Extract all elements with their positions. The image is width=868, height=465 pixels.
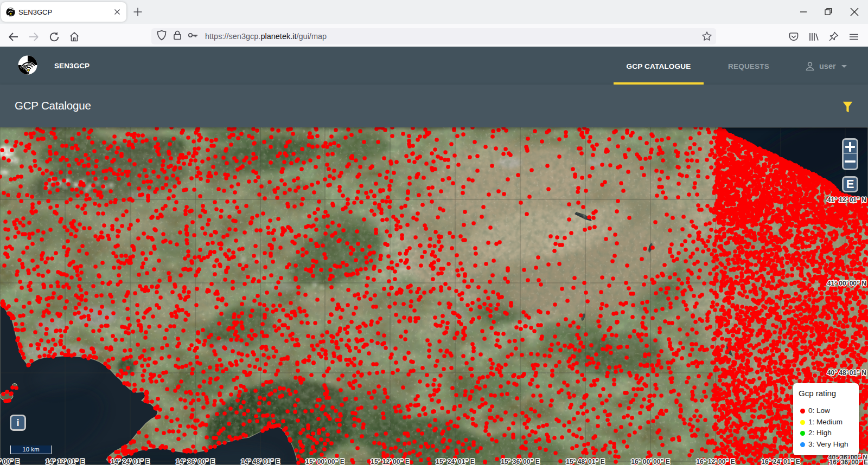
svg-text:15° 48’ 01” E: 15° 48’ 01” E — [566, 458, 605, 465]
svg-text:16° 36’ 00” E: 16° 36’ 00” E — [829, 458, 868, 465]
svg-text:16° 24’ 01” E: 16° 24’ 01” E — [761, 458, 800, 465]
svg-text:14° 48’ 01” E: 14° 48’ 01” E — [241, 458, 280, 465]
svg-text:41° 12’ 01” N: 41° 12’ 01” N — [827, 196, 866, 204]
svg-text:14° 36’ 00” E: 14° 36’ 00” E — [176, 458, 215, 465]
svg-text:15° 00’ 00” E: 15° 00’ 00” E — [305, 458, 344, 465]
svg-text:14° 24’ 01” E: 14° 24’ 01” E — [111, 458, 150, 465]
svg-text:14° 12’ 01” E: 14° 12’ 01” E — [46, 458, 85, 465]
svg-text:14° 00’ 00” E: 14° 00’ 00” E — [0, 458, 20, 465]
svg-text:15° 12’ 00” E: 15° 12’ 00” E — [371, 458, 410, 465]
svg-text:40° 48’ 01” N: 40° 48’ 01” N — [827, 369, 866, 377]
svg-text:16° 00’ 00” E: 16° 00’ 00” E — [631, 458, 670, 465]
svg-text:15° 36’ 00” E: 15° 36’ 00” E — [501, 458, 540, 465]
svg-text:15° 24’ 01” E: 15° 24’ 01” E — [436, 458, 475, 465]
svg-text:16° 12’ 00” E: 16° 12’ 00” E — [696, 458, 735, 465]
svg-text:41° 00’ 00” N: 41° 00’ 00” N — [827, 280, 866, 287]
